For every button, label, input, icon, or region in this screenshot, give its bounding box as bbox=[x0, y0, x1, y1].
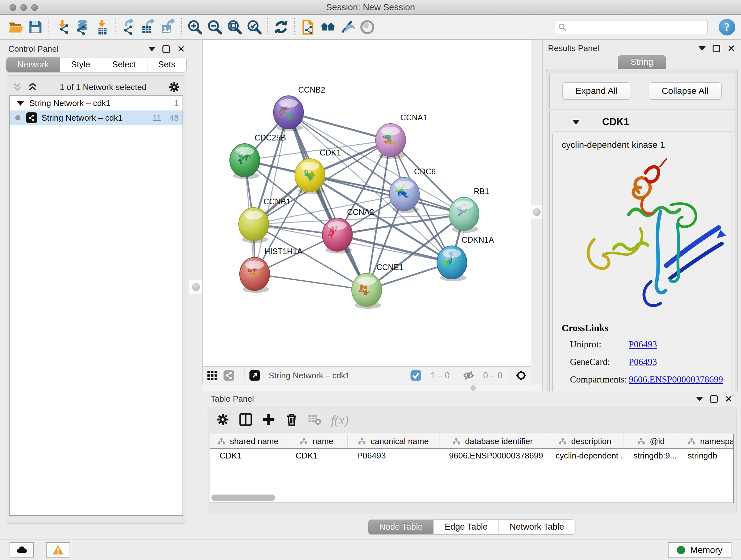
collapse-all-button[interactable]: Collapse All bbox=[649, 82, 722, 100]
column-header-canonical-name[interactable]: canonical name bbox=[347, 434, 440, 448]
gear-button[interactable] bbox=[216, 413, 229, 428]
zoom-out-button[interactable] bbox=[205, 17, 225, 37]
import-table-button[interactable] bbox=[92, 17, 112, 37]
search-input[interactable] bbox=[566, 21, 704, 33]
left-splitter[interactable] bbox=[189, 40, 202, 540]
table-cell[interactable]: CDK1 bbox=[286, 449, 347, 463]
tree-expand-icon[interactable] bbox=[17, 101, 24, 106]
column-header-database-identifier[interactable]: database identifier bbox=[440, 434, 546, 448]
detach-view-icon[interactable] bbox=[249, 370, 260, 381]
splitter-knob[interactable] bbox=[470, 385, 476, 391]
zoom-selected-button[interactable] bbox=[245, 17, 264, 37]
tab-edge-table[interactable]: Edge Table bbox=[434, 520, 499, 534]
network-node-CCNB2[interactable]: CCNB2 bbox=[273, 85, 325, 131]
window-minimize-button[interactable] bbox=[20, 4, 27, 11]
import-network-button[interactable] bbox=[52, 17, 72, 37]
open-button[interactable] bbox=[6, 17, 25, 37]
panel-float-icon[interactable] bbox=[162, 45, 170, 53]
network-node-CDKN1A[interactable]: CDKN1A bbox=[437, 235, 494, 281]
crosslink-link[interactable]: P06493 bbox=[629, 357, 657, 367]
hidden-eye-icon[interactable] bbox=[463, 370, 474, 381]
tab-node-table[interactable]: Node Table bbox=[368, 520, 434, 534]
tab-select[interactable]: Select bbox=[101, 57, 147, 72]
column-header-shared-name[interactable]: shared name bbox=[210, 434, 286, 448]
panel-menu-icon[interactable] bbox=[148, 47, 155, 51]
import-database-button[interactable] bbox=[72, 17, 92, 37]
collapse-all-icon[interactable] bbox=[12, 82, 23, 92]
network-node-RB1[interactable]: RB1 bbox=[449, 187, 489, 233]
expand-all-button[interactable]: Expand All bbox=[562, 82, 630, 100]
table-cell[interactable]: stringdb:9... bbox=[624, 449, 678, 463]
table-cell[interactable]: CDK1 bbox=[210, 449, 286, 463]
splitter-knob[interactable] bbox=[533, 208, 541, 216]
export-image-button[interactable] bbox=[158, 17, 178, 37]
zoom-fit-button[interactable] bbox=[225, 17, 245, 37]
tab-style[interactable]: Style bbox=[60, 57, 101, 72]
table-row[interactable]: CDK1CDK1P064939606.ENSP00000378699cyclin… bbox=[210, 449, 734, 463]
panel-close-icon[interactable]: ✕ bbox=[725, 395, 733, 403]
memory-button[interactable]: Memory bbox=[668, 542, 731, 558]
table-hscrollbar[interactable] bbox=[211, 494, 734, 502]
network-node-CDC6[interactable]: CDC6 bbox=[389, 167, 436, 213]
table-cell[interactable]: 9606.ENSP00000378699 bbox=[440, 449, 546, 463]
trash-button[interactable] bbox=[285, 413, 298, 428]
network-row[interactable]: String Network – cdk1 11 48 bbox=[10, 111, 183, 125]
scrollbar-thumb[interactable] bbox=[211, 495, 275, 501]
tab-sets[interactable]: Sets bbox=[147, 57, 186, 72]
birds-eye-grid-icon[interactable] bbox=[206, 370, 218, 381]
network-collection-row[interactable]: String Network – cdk1 1 bbox=[10, 96, 183, 111]
network-edge[interactable] bbox=[255, 274, 367, 290]
function-builder-button[interactable]: f(x) bbox=[331, 413, 349, 428]
crosslink-link[interactable]: 9606.ENSP00000378699 bbox=[629, 374, 723, 385]
network-node-CCNE1[interactable]: CCNE1 bbox=[352, 263, 403, 309]
hide-show-button[interactable] bbox=[338, 17, 357, 37]
selected-checkbox-icon[interactable] bbox=[410, 370, 421, 381]
expand-all-icon[interactable] bbox=[27, 82, 38, 92]
network-options-gear-icon[interactable] bbox=[168, 81, 180, 93]
crosslink-link[interactable]: P06493 bbox=[629, 339, 657, 350]
splitter-knob[interactable] bbox=[192, 283, 200, 291]
window-zoom-button[interactable] bbox=[31, 4, 38, 11]
export-table-button[interactable] bbox=[138, 17, 158, 37]
network-thumbnail-icon[interactable] bbox=[223, 370, 234, 381]
network-node-CCNB1[interactable]: CCNB1 bbox=[239, 197, 290, 243]
zoom-in-button[interactable] bbox=[185, 17, 205, 37]
column-header-namespace[interactable]: namespace bbox=[678, 434, 734, 448]
doc-share-button[interactable] bbox=[298, 17, 318, 37]
window-close-button[interactable] bbox=[10, 4, 16, 11]
save-button[interactable] bbox=[25, 17, 45, 37]
columns-button[interactable] bbox=[239, 413, 253, 428]
table-cell[interactable]: cyclin-dependent ... bbox=[546, 449, 624, 463]
network-node-HIST1H1A[interactable]: HIST1H1A bbox=[240, 247, 302, 293]
tab-string[interactable]: String bbox=[618, 55, 666, 69]
fit-selected-crosshair-icon[interactable] bbox=[515, 370, 527, 381]
homes-button[interactable] bbox=[318, 17, 338, 37]
panel-float-icon[interactable] bbox=[713, 45, 720, 52]
search-box[interactable] bbox=[555, 20, 708, 34]
column-header-description[interactable]: description bbox=[546, 434, 624, 448]
column-type-icon bbox=[687, 437, 696, 445]
table-cell[interactable]: stringdb bbox=[678, 449, 734, 463]
cloud-button[interactable] bbox=[10, 542, 34, 558]
panel-menu-icon[interactable] bbox=[696, 397, 703, 401]
network-edge[interactable] bbox=[288, 112, 367, 290]
panel-menu-icon[interactable] bbox=[698, 46, 705, 51]
refresh-button[interactable] bbox=[271, 17, 291, 37]
panel-close-icon[interactable]: ✕ bbox=[727, 45, 735, 52]
panel-float-icon[interactable] bbox=[710, 395, 718, 403]
table-x-button[interactable] bbox=[308, 413, 321, 428]
protein-section-collapse-icon[interactable] bbox=[572, 120, 580, 125]
network-label: String Network – cdk1 bbox=[42, 113, 123, 123]
tab-network[interactable]: Network bbox=[6, 57, 60, 72]
network-canvas[interactable]: CCNB2CCNA1CDC25BCDK1CDC6RB1CCNB1CCNA2CDK… bbox=[202, 40, 531, 367]
column-header--id[interactable]: @id bbox=[624, 434, 678, 448]
export-network-button[interactable] bbox=[119, 17, 138, 37]
table-cell[interactable]: P06493 bbox=[347, 449, 440, 463]
column-header-name[interactable]: name bbox=[286, 434, 347, 448]
panel-close-icon[interactable]: ✕ bbox=[177, 45, 185, 53]
plus-button[interactable] bbox=[262, 413, 275, 428]
warnings-button[interactable] bbox=[46, 542, 70, 558]
tab-network-table[interactable]: Network Table bbox=[499, 520, 575, 534]
help-button[interactable]: ? bbox=[719, 19, 735, 36]
sphere-button[interactable] bbox=[357, 17, 377, 37]
